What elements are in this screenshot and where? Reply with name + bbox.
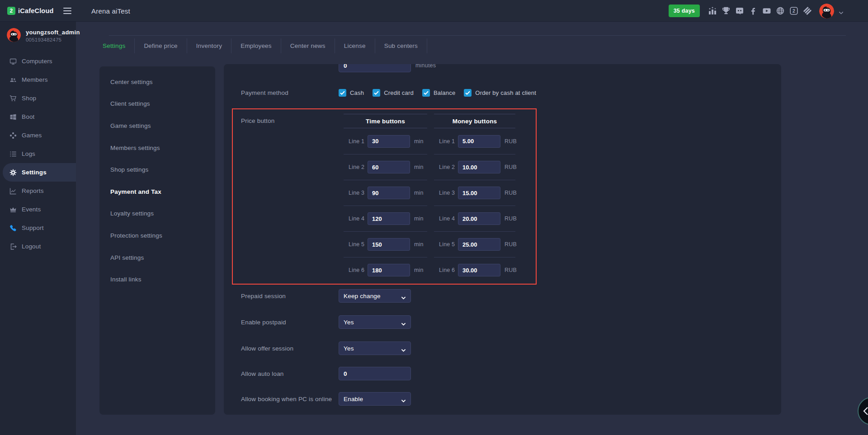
time-row-6: Line 6 min <box>344 257 427 283</box>
submenu-install-links[interactable]: Install links <box>99 268 215 290</box>
time-input-6[interactable] <box>368 264 410 276</box>
sidebar-item-settings[interactable]: Settings <box>3 163 76 182</box>
select-value: Yes <box>344 319 354 326</box>
min-unit-label: min <box>414 164 424 170</box>
line-label: Line 2 <box>439 164 458 170</box>
allow-auto-loan-input[interactable] <box>339 367 411 380</box>
money-row-1: Line 1 RUB <box>434 128 515 154</box>
line-label: Line 3 <box>439 190 458 196</box>
rub-unit-label: RUB <box>505 138 517 145</box>
sidebar-item-games[interactable]: Games <box>0 126 76 145</box>
submenu-loyalty-settings[interactable]: Loyalty settings <box>99 203 215 225</box>
payment-method-options: Cash Credit card Balance Order by cash a… <box>339 89 545 97</box>
globe-icon[interactable] <box>776 6 785 15</box>
sidebar-item-label: Shop <box>22 95 36 102</box>
brand-icon: 2 <box>7 7 15 15</box>
checkbox-credit-card[interactable]: Credit card <box>373 89 414 97</box>
sidebar-item-logout[interactable]: Logout <box>0 237 76 256</box>
tab-license[interactable]: License <box>335 38 375 53</box>
tab-employees[interactable]: Employees <box>231 38 281 53</box>
select-value: Enable <box>344 396 363 402</box>
line-label: Line 5 <box>349 241 368 248</box>
icafecloud-app-icon[interactable]: 2 <box>789 6 798 15</box>
submenu-protection-settings[interactable]: Protection settings <box>99 225 215 247</box>
submenu-members-settings[interactable]: Members settings <box>99 137 215 159</box>
time-input-4[interactable] <box>368 212 410 225</box>
checkbox-cash[interactable]: Cash <box>339 89 364 97</box>
money-row-2: Line 2 RUB <box>434 154 515 180</box>
sidebar-item-computers[interactable]: Computers <box>0 52 76 70</box>
money-input-6[interactable] <box>458 264 500 276</box>
submenu-game-settings[interactable]: Game settings <box>99 115 215 137</box>
time-input-1[interactable] <box>368 135 410 148</box>
checkbox-checked-icon <box>339 89 346 97</box>
sidebar-item-logs[interactable]: Logs <box>0 145 76 163</box>
facebook-icon[interactable] <box>749 6 758 15</box>
tab-define-price[interactable]: Define price <box>135 38 186 53</box>
submenu-api-settings[interactable]: API settings <box>99 247 215 269</box>
checkbox-checked-icon <box>464 89 472 97</box>
money-input-5[interactable] <box>458 238 500 251</box>
leaderboard-icon[interactable] <box>708 6 717 15</box>
brand-logo[interactable]: 2 iCafeCloud <box>7 0 54 22</box>
tab-center-news[interactable]: Center news <box>281 38 335 53</box>
discord-icon[interactable] <box>735 6 744 15</box>
min-unit-label: min <box>414 138 424 145</box>
layers-icon[interactable] <box>803 6 812 15</box>
sidebar-item-boot[interactable]: Boot <box>0 108 76 126</box>
chevron-down-icon <box>401 347 406 350</box>
prepaid-session-select[interactable]: Keep change <box>339 289 411 303</box>
avatar[interactable] <box>819 4 834 19</box>
avatar-dropdown-chevron-icon[interactable] <box>839 9 844 13</box>
money-input-1[interactable] <box>458 135 500 148</box>
allow-offer-session-select[interactable]: Yes <box>339 341 411 355</box>
enable-postpaid-select[interactable]: Yes <box>339 315 411 329</box>
time-input-3[interactable] <box>368 187 410 199</box>
time-row-4: Line 4 min <box>344 206 427 231</box>
time-input-2[interactable] <box>368 161 410 173</box>
checkbox-order-by-cash[interactable]: Order by cash at client <box>464 89 536 97</box>
youtube-icon[interactable] <box>762 6 771 15</box>
submenu-center-settings[interactable]: Center settings <box>99 71 215 93</box>
crown-icon <box>9 206 17 213</box>
allow-offer-session-label: Allow offer session <box>241 345 339 352</box>
sidebar-item-reports[interactable]: Reports <box>0 182 76 200</box>
sidebar-item-members[interactable]: Members <box>0 70 76 89</box>
checkbox-balance[interactable]: Balance <box>422 89 455 97</box>
money-input-4[interactable] <box>458 212 500 225</box>
tab-sub-centers[interactable]: Sub centers <box>375 38 427 53</box>
user-block[interactable]: youngzsoft_admin 005193482475 <box>7 28 80 42</box>
money-input-2[interactable] <box>458 161 500 173</box>
time-buttons-header: Time buttons <box>344 114 427 128</box>
cart-icon <box>9 95 17 102</box>
page-title: Arena aiTest <box>91 0 130 22</box>
user-id: 005193482475 <box>26 37 80 42</box>
enable-postpaid-label: Enable postpaid <box>241 319 339 326</box>
sidebar-item-events[interactable]: Events <box>0 200 76 219</box>
tab-inventory[interactable]: Inventory <box>187 38 231 53</box>
submenu-shop-settings[interactable]: Shop settings <box>99 159 215 181</box>
clipped-minutes-input[interactable] <box>339 64 411 72</box>
panel-collapse-toggle[interactable] <box>858 397 868 425</box>
prepaid-session-label: Prepaid session <box>241 293 339 299</box>
trophy-icon[interactable] <box>722 6 731 15</box>
time-row-1: Line 1 min <box>344 128 427 154</box>
payment-method-label: Payment method <box>241 89 339 96</box>
allow-booking-select[interactable]: Enable <box>339 392 411 406</box>
members-icon <box>9 76 17 84</box>
money-input-3[interactable] <box>458 187 500 199</box>
topbar: 2 iCafeCloud Arena aiTest 35 days 2 <box>0 0 868 22</box>
submenu-payment-and-tax[interactable]: Payment and Tax <box>99 181 215 203</box>
sidebar-item-shop[interactable]: Shop <box>0 89 76 108</box>
rub-unit-label: RUB <box>505 190 517 196</box>
hamburger-menu-icon[interactable] <box>63 8 71 14</box>
license-days-badge[interactable]: 35 days <box>669 5 700 17</box>
line-label: Line 2 <box>349 164 368 170</box>
time-row-2: Line 2 min <box>344 154 427 180</box>
sidebar-item-support[interactable]: Support <box>0 219 76 237</box>
submenu-client-settings[interactable]: Client settings <box>99 93 215 115</box>
time-input-5[interactable] <box>368 238 410 251</box>
checkbox-checked-icon <box>422 89 430 97</box>
tab-settings[interactable]: Settings <box>94 38 134 53</box>
chevron-down-icon <box>401 321 406 324</box>
